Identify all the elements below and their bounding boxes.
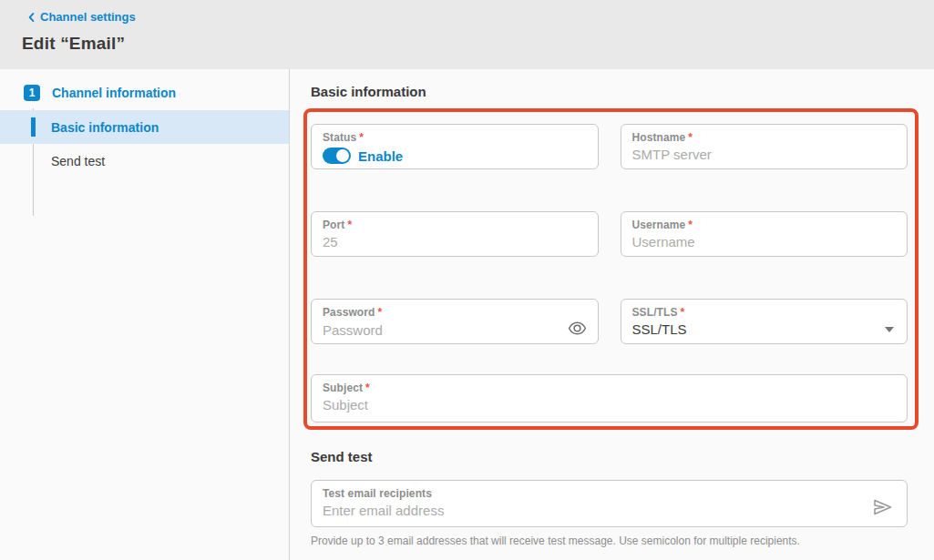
sidebar-nav: Basic information Send test <box>0 110 289 178</box>
port-input[interactable] <box>323 234 587 249</box>
status-toggle[interactable] <box>323 148 351 164</box>
caret-down-icon <box>885 327 894 332</box>
main-panel: Basic information Status* Enable <box>290 69 934 560</box>
basic-information-heading: Basic information <box>311 84 908 99</box>
password-input[interactable] <box>323 322 560 338</box>
ssl-tls-label: SSL/TLS* <box>632 306 897 319</box>
subject-label: Subject* <box>323 382 896 394</box>
test-recipients-field: Test email recipients <box>311 480 908 527</box>
username-label: Username* <box>632 219 897 231</box>
status-toggle-row: Enable <box>323 148 587 164</box>
required-asterisk: * <box>688 131 693 144</box>
password-input-row <box>323 319 587 338</box>
hostname-input[interactable] <box>632 147 897 162</box>
required-asterisk: * <box>378 306 383 319</box>
hostname-label: Hostname* <box>632 131 897 144</box>
sidebar-item-label: Send test <box>51 154 105 168</box>
page-title: Edit “Email” <box>22 34 912 54</box>
required-asterisk: * <box>688 219 693 231</box>
ssl-tls-value: SSL/TLS <box>632 321 687 337</box>
status-label: Status* <box>323 131 587 144</box>
required-asterisk: * <box>347 219 352 231</box>
sidebar-step-channel-information[interactable]: 1 Channel information <box>0 81 289 105</box>
step-label: Channel information <box>52 86 176 100</box>
hostname-field: Hostname* <box>621 124 908 169</box>
test-recipients-helper: Provide up to 3 email addresses that wil… <box>311 535 908 547</box>
ssl-tls-value-row: SSL/TLS <box>632 319 897 337</box>
content: 1 Channel information Basic information … <box>0 69 934 560</box>
status-field: Status* Enable <box>311 124 599 169</box>
sidebar-item-label: Basic information <box>51 120 159 135</box>
eye-icon[interactable] <box>568 319 587 338</box>
subject-input[interactable] <box>323 397 896 412</box>
sidebar: 1 Channel information Basic information … <box>0 69 290 560</box>
status-value: Enable <box>358 148 403 164</box>
port-field: Port* <box>311 211 599 257</box>
active-indicator-bar <box>31 117 36 137</box>
test-recipients-left: Test email recipients <box>323 487 869 526</box>
port-label: Port* <box>323 219 587 231</box>
back-link[interactable]: Channel settings <box>26 10 136 24</box>
username-field: Username* <box>621 211 908 257</box>
username-input[interactable] <box>632 234 897 249</box>
test-recipients-input[interactable] <box>323 503 869 518</box>
sidebar-item-send-test[interactable]: Send test <box>0 144 289 178</box>
test-recipients-label: Test email recipients <box>323 487 869 500</box>
fields-grid: Status* Enable Hostname* <box>311 124 908 344</box>
basic-information-form: Status* Enable Hostname* <box>311 124 908 423</box>
required-asterisk: * <box>681 306 685 319</box>
ssl-tls-select[interactable]: SSL/TLS* SSL/TLS <box>621 299 908 344</box>
step-number-badge: 1 <box>24 85 40 101</box>
sidebar-item-basic-information[interactable]: Basic information <box>0 110 289 144</box>
back-link-label: Channel settings <box>40 10 136 24</box>
toggle-knob-icon <box>336 149 349 162</box>
password-label: Password* <box>323 306 587 319</box>
required-asterisk: * <box>365 382 370 394</box>
password-field: Password* <box>311 299 599 344</box>
send-test-heading: Send test <box>311 449 908 464</box>
page-header: Channel settings Edit “Email” <box>0 0 934 69</box>
required-asterisk: * <box>359 131 364 144</box>
subject-field: Subject* <box>311 374 908 423</box>
chevron-left-icon <box>26 11 38 24</box>
send-icon[interactable] <box>869 487 896 526</box>
